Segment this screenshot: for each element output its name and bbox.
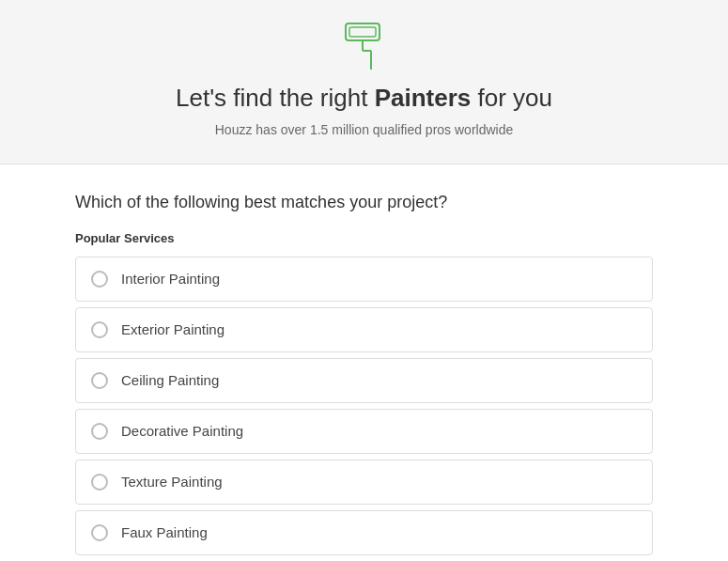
option-texture-painting[interactable]: Texture Painting <box>75 460 653 505</box>
radio-decorative-painting[interactable] <box>91 423 108 440</box>
header-title: Let's find the right Painters for you <box>19 83 709 115</box>
option-label-decorative-painting: Decorative Painting <box>121 423 243 439</box>
paint-roller-icon <box>19 23 709 71</box>
option-label-faux-painting: Faux Painting <box>121 524 208 540</box>
page-wrapper: Let's find the right Painters for you Ho… <box>0 0 728 561</box>
question-text: Which of the following best matches your… <box>75 193 653 212</box>
options-list: Interior Painting Exterior Painting Ceil… <box>75 257 653 555</box>
radio-texture-painting[interactable] <box>91 474 108 491</box>
option-decorative-painting[interactable]: Decorative Painting <box>75 409 653 454</box>
option-label-exterior-painting: Exterior Painting <box>121 321 225 337</box>
section-label: Popular Services <box>75 231 653 245</box>
radio-ceiling-painting[interactable] <box>91 372 108 389</box>
radio-faux-painting[interactable] <box>91 524 108 541</box>
header-title-end: for you <box>471 84 552 112</box>
header-section: Let's find the right Painters for you Ho… <box>0 0 728 164</box>
svg-rect-0 <box>346 23 379 40</box>
main-content: Which of the following best matches your… <box>0 164 728 561</box>
option-interior-painting[interactable]: Interior Painting <box>75 257 653 302</box>
header-title-bold: Painters <box>375 84 472 112</box>
header-subtitle: Houzz has over 1.5 million qualified pro… <box>19 122 709 137</box>
option-label-ceiling-painting: Ceiling Painting <box>121 372 219 388</box>
radio-exterior-painting[interactable] <box>91 321 108 338</box>
header-title-normal: Let's find the right <box>176 84 375 112</box>
option-label-interior-painting: Interior Painting <box>121 271 220 287</box>
svg-rect-1 <box>349 27 376 37</box>
option-faux-painting[interactable]: Faux Painting <box>75 510 653 555</box>
radio-interior-painting[interactable] <box>91 271 108 288</box>
option-exterior-painting[interactable]: Exterior Painting <box>75 307 653 352</box>
option-ceiling-painting[interactable]: Ceiling Painting <box>75 358 653 403</box>
option-label-texture-painting: Texture Painting <box>121 474 223 490</box>
